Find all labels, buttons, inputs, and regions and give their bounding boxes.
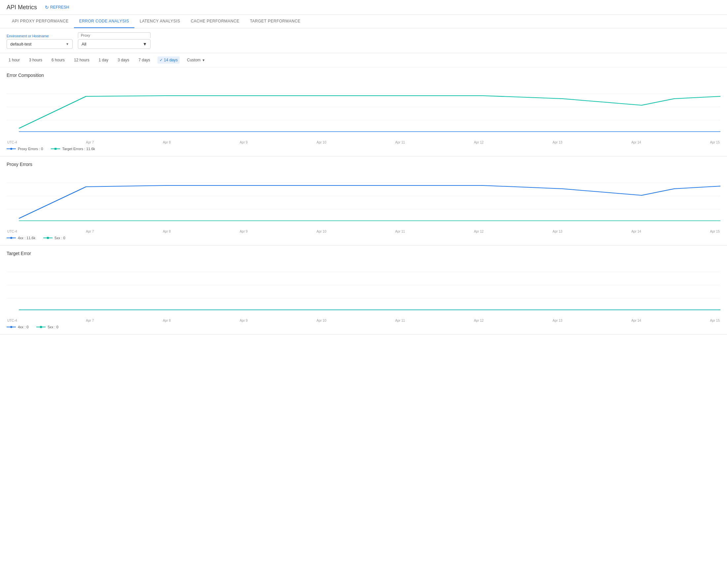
refresh-label: REFRESH: [50, 5, 69, 9]
proxy-errors-svg: [6, 170, 721, 223]
time-btn-7d[interactable]: 7 days: [137, 57, 152, 64]
legend-4xx: 4xx : 11.6k: [6, 236, 35, 240]
legend-4xx-icon: [6, 236, 16, 240]
custom-label: Custom: [187, 58, 200, 62]
target-error-legend: 4xx : 0 5xx : 0: [6, 325, 721, 329]
target-error-title: Target Error: [6, 251, 721, 256]
legend-target-5xx: 5xx : 0: [36, 325, 58, 329]
time-btn-6h[interactable]: 6 hours: [49, 57, 67, 64]
page-header: API Metrics ↻ REFRESH: [0, 0, 727, 15]
env-filter-group: Environment or Hostname default-test ▼: [6, 34, 73, 49]
proxy-filter-value: All: [82, 42, 86, 46]
legend-5xx-icon: [43, 236, 53, 240]
error-composition-svg: [6, 81, 721, 133]
svg-rect-20: [40, 326, 42, 328]
tab-error-code[interactable]: ERROR CODE ANALYSIS: [74, 15, 134, 28]
proxy-errors-title: Proxy Errors: [6, 162, 721, 167]
custom-time-button[interactable]: Custom ▼: [185, 57, 207, 64]
target-error-svg: [6, 259, 721, 312]
tab-cache[interactable]: CACHE PERFORMANCE: [185, 15, 245, 28]
check-icon: ✓: [159, 58, 164, 62]
tab-latency[interactable]: LATENCY ANALYSIS: [134, 15, 185, 28]
time-filters-bar: 1 hour 3 hours 6 hours 12 hours 1 day 3 …: [0, 53, 727, 67]
proxy-errors-x-axis: UTC-4 Apr 7 Apr 8 Apr 9 Apr 10 Apr 11 Ap…: [6, 230, 721, 233]
time-btn-1h[interactable]: 1 hour: [6, 57, 22, 64]
proxy-errors-chart: [6, 170, 721, 229]
legend-target-4xx-icon: [6, 325, 16, 329]
target-error-section: Target Error UTC-4 Apr 7 Apr 8 Apr 9 Apr…: [0, 246, 727, 335]
svg-point-18: [10, 326, 12, 328]
error-composition-section: Error Composition UTC-4 Apr 7 Apr 8 Apr …: [0, 67, 727, 156]
proxy-filter-select[interactable]: All ▼: [78, 39, 150, 49]
time-btn-1d[interactable]: 1 day: [97, 57, 110, 64]
target-error-x-axis: UTC-4 Apr 7 Apr 8 Apr 9 Apr 10 Apr 11 Ap…: [6, 319, 721, 322]
svg-point-11: [10, 237, 12, 239]
svg-rect-6: [55, 148, 57, 150]
env-dropdown-arrow: ▼: [66, 42, 69, 46]
error-composition-title: Error Composition: [6, 72, 721, 78]
svg-rect-13: [47, 237, 49, 239]
tab-target[interactable]: TARGET PERFORMANCE: [245, 15, 306, 28]
refresh-button[interactable]: ↻ REFRESH: [42, 3, 72, 11]
error-composition-legend: Proxy Errors : 0 Target Errors : 11.6k: [6, 147, 721, 151]
target-error-chart: [6, 259, 721, 318]
legend-proxy-errors-icon: [6, 147, 16, 151]
filters-bar: Environment or Hostname default-test ▼ P…: [0, 28, 727, 53]
time-btn-12h[interactable]: 12 hours: [72, 57, 92, 64]
page-title: API Metrics: [6, 4, 37, 11]
error-composition-chart: [6, 81, 721, 140]
error-composition-x-axis: UTC-4 Apr 7 Apr 8 Apr 9 Apr 10 Apr 11 Ap…: [6, 141, 721, 144]
proxy-filter-label: Proxy: [78, 32, 150, 38]
legend-5xx: 5xx : 0: [43, 236, 65, 240]
custom-dropdown-arrow: ▼: [202, 58, 205, 62]
legend-target-errors: Target Errors : 11.6k: [51, 147, 95, 151]
legend-target-4xx: 4xx : 0: [6, 325, 28, 329]
tab-api-proxy[interactable]: API PROXY PERFORMANCE: [6, 15, 74, 28]
legend-target-errors-icon: [51, 147, 60, 151]
proxy-errors-legend: 4xx : 11.6k 5xx : 0: [6, 236, 721, 240]
proxy-filter-group: Proxy All ▼: [78, 32, 150, 49]
proxy-errors-section: Proxy Errors UTC-4 Apr 7 Apr 8 Apr 9 Apr…: [0, 156, 727, 246]
legend-proxy-errors: Proxy Errors : 0: [6, 147, 43, 151]
time-btn-3d[interactable]: 3 days: [116, 57, 131, 64]
charts-container: Error Composition UTC-4 Apr 7 Apr 8 Apr …: [0, 67, 727, 335]
env-filter-select[interactable]: default-test ▼: [6, 39, 73, 49]
time-btn-14d[interactable]: ✓ 14 days: [158, 57, 180, 64]
svg-point-4: [10, 148, 12, 150]
tab-bar: API PROXY PERFORMANCE ERROR CODE ANALYSI…: [0, 15, 727, 28]
env-filter-value: default-test: [10, 42, 32, 46]
time-btn-3h[interactable]: 3 hours: [27, 57, 44, 64]
refresh-icon: ↻: [45, 5, 49, 10]
proxy-dropdown-arrow: ▼: [143, 42, 147, 46]
legend-target-5xx-icon: [36, 325, 45, 329]
env-filter-label: Environment or Hostname: [6, 34, 73, 38]
